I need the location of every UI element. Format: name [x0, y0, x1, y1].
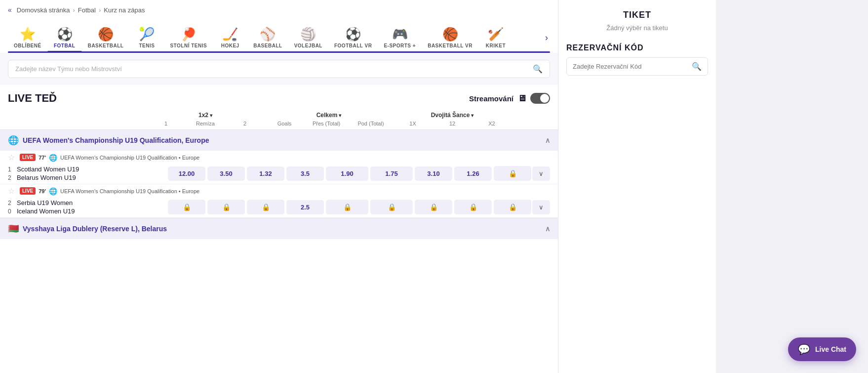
team1-name: Scotland Women U19 — [17, 166, 79, 173]
sub-1: 1 — [146, 121, 186, 126]
odd-goals-match-2[interactable]: 2.5 — [286, 200, 324, 214]
nav-next-arrow[interactable]: › — [543, 33, 550, 43]
sport-item-oblibene[interactable]: ⭐ OBLÍBENÉ — [8, 24, 47, 51]
odd-over-match-2[interactable]: 🔒 — [326, 200, 368, 214]
sport-icon-hokej: 🏒 — [222, 27, 238, 42]
back-button[interactable]: « — [8, 6, 12, 14]
sport-icon-stolni-tenis: 🏓 — [181, 27, 197, 42]
sport-item-football-vr[interactable]: ⚽ FOOTBALL VR — [328, 24, 378, 51]
live-chat-button[interactable]: 💬 Live Chat — [788, 337, 856, 361]
odd-x1-match-1[interactable]: 3.10 — [415, 166, 452, 181]
sport-icon-football-vr: ⚽ — [345, 27, 361, 42]
odd-x12-match-2[interactable]: 🔒 — [454, 200, 492, 214]
odd-under-match-2[interactable]: 🔒 — [370, 200, 413, 214]
sport-item-basketball[interactable]: 🏀 BASKETBALL — [82, 24, 130, 51]
search-icon[interactable]: 🔍 — [533, 64, 543, 74]
odd-x2-match-1[interactable]: 🔒 — [494, 166, 531, 181]
sport-item-esports[interactable]: 🎮 E-SPORTS + — [378, 24, 422, 51]
league-collapse-icon[interactable]: ∧ — [545, 136, 550, 144]
sub-pod: Pod (Total) — [349, 121, 393, 126]
sub-remiza: Remíza — [186, 121, 225, 126]
odd-goals-match-1[interactable]: 3.5 — [286, 166, 324, 181]
match-section-match-2: ☆ LIVE 79' 🌐 UEFA Women's Championship U… — [0, 184, 558, 218]
breadcrumb-sep-2: › — [99, 6, 101, 14]
sport-item-stolni-tenis[interactable]: 🏓 STOLNÍ TENIS — [164, 24, 213, 51]
live-badge-match-1: LIVE — [20, 154, 36, 161]
team2-name: Belarus Women U19 — [17, 174, 76, 181]
header-1x2[interactable]: 1x2 ▾ — [146, 112, 265, 119]
match-comp-icon-match-2: 🌐 — [49, 187, 57, 195]
streaming-label: Streamování — [469, 94, 513, 103]
odd-x2-match-2[interactable]: 🔒 — [494, 200, 531, 214]
league-left: 🇧🇾 Vysshaya Liga Dublery (Reserve L), Be… — [8, 223, 167, 234]
match-time-match-2: 79' — [39, 188, 46, 194]
reservation-search-icon[interactable]: 🔍 — [692, 62, 702, 71]
live-badge-match-2: LIVE — [20, 187, 36, 195]
sport-label-baseball: BASEBALL — [253, 43, 282, 48]
league-flag: 🌐 — [8, 135, 19, 146]
sport-label-stolni-tenis: STOLNÍ TENIS — [170, 43, 207, 48]
right-panel: TIKET Žádný výběr na tiketu REZERVAČNÍ K… — [558, 0, 716, 373]
league-collapse-icon[interactable]: ∧ — [545, 225, 550, 233]
sports-nav: ⭐ OBLÍBENÉ ⚽ FOTBAL 🏀 BASKETBALL 🎾 TENIS… — [0, 20, 558, 51]
sport-icon-esports: 🎮 — [392, 27, 408, 42]
match-info-match-1: ☆ LIVE 77' 🌐 UEFA Women's Championship U… — [0, 151, 558, 163]
live-chat-icon: 💬 — [798, 343, 810, 355]
search-bar: 🔍 — [8, 60, 550, 78]
breadcrumb-fotbal[interactable]: Fotbal — [78, 6, 96, 14]
sport-item-hokej[interactable]: 🏒 HOKEJ — [213, 24, 247, 51]
odd-2-match-1[interactable]: 1.32 — [247, 166, 284, 181]
header-celkem[interactable]: Celkem ▾ — [265, 112, 393, 119]
odd-draw-match-1[interactable]: 3.50 — [207, 166, 245, 181]
expand-match-match-2[interactable]: ∨ — [532, 200, 550, 214]
odd-1-match-1[interactable]: 12.00 — [168, 166, 205, 181]
sub-exp — [512, 121, 529, 126]
team1-name: Serbia U19 Women — [17, 199, 73, 207]
reservation-input[interactable] — [573, 63, 688, 70]
odd-1-match-2[interactable]: 🔒 — [168, 200, 205, 214]
breadcrumb-home[interactable]: Domovská stránka — [17, 6, 70, 14]
sport-icon-volejbal: 🏐 — [300, 27, 316, 42]
breadcrumb: « Domovská stránka › Fotbal › Kurz na zá… — [0, 0, 558, 20]
team1-row: 2 Serbia U19 Women — [8, 199, 167, 207]
odd-2-match-2[interactable]: 🔒 — [247, 200, 284, 214]
sport-item-fotbal[interactable]: ⚽ FOTBAL — [47, 24, 82, 51]
sport-label-hokej: HOKEJ — [221, 43, 239, 48]
match-star-match-1[interactable]: ☆ — [8, 153, 15, 162]
header-dvojita-sance[interactable]: Dvojitá Šance ▾ — [393, 112, 512, 119]
tiket-section: TIKET Žádný výběr na tiketu — [566, 10, 708, 32]
team2-row: 2 Belarus Women U19 — [8, 174, 167, 181]
odd-under-match-1[interactable]: 1.75 — [370, 166, 413, 181]
sport-item-basketball-vr[interactable]: 🏀 BASKETBALL VR — [422, 24, 478, 51]
sport-icon-basketball-vr: 🏀 — [442, 27, 458, 42]
expand-match-match-1[interactable]: ∨ — [532, 166, 550, 181]
sub-empty — [8, 121, 146, 126]
match-competition-match-1: UEFA Women's Championship U19 Qualificat… — [60, 155, 199, 161]
sport-icon-basketball: 🏀 — [98, 27, 114, 42]
odds-sub-header: 1 Remíza 2 Goals Přes (Total) Pod (Total… — [0, 121, 558, 129]
odd-x12-match-1[interactable]: 1.26 — [454, 166, 492, 181]
sport-label-oblibene: OBLÍBENÉ — [14, 43, 41, 48]
match-star-match-2[interactable]: ☆ — [8, 186, 15, 196]
reservation-section: REZERVAČNÍ KÓD 🔍 — [566, 43, 708, 76]
sport-icon-oblibene: ⭐ — [20, 27, 36, 42]
header-expand-col — [512, 112, 529, 119]
odd-draw-match-2[interactable]: 🔒 — [207, 200, 245, 214]
league-name: Vysshaya Liga Dublery (Reserve L), Belar… — [23, 225, 167, 233]
sport-item-kriket[interactable]: 🏏 KRIKET — [478, 24, 513, 51]
search-input[interactable] — [15, 65, 529, 73]
sport-icon-kriket: 🏏 — [488, 27, 504, 42]
streaming-toggle[interactable]: Streamování 🖥 — [469, 93, 550, 104]
sport-item-volejbal[interactable]: 🏐 VOLEJBAL — [288, 24, 328, 51]
sub-12: 12 — [433, 121, 472, 126]
league-row-uefa-women-u19[interactable]: 🌐 UEFA Women's Championship U19 Qualific… — [0, 129, 558, 151]
odd-over-match-1[interactable]: 1.90 — [326, 166, 368, 181]
streaming-switch[interactable] — [530, 93, 550, 104]
sport-item-baseball[interactable]: ⚾ BASEBALL — [247, 24, 288, 51]
no-selection-text: Žádný výběr na tiketu — [566, 24, 708, 32]
odd-x1-match-2[interactable]: 🔒 — [415, 200, 452, 214]
tiket-title: TIKET — [566, 10, 708, 20]
sport-item-tenis[interactable]: 🎾 TENIS — [129, 24, 164, 51]
sub-1x: 1X — [393, 121, 433, 126]
league-row-vysshaya-liga[interactable]: 🇧🇾 Vysshaya Liga Dublery (Reserve L), Be… — [0, 218, 558, 239]
